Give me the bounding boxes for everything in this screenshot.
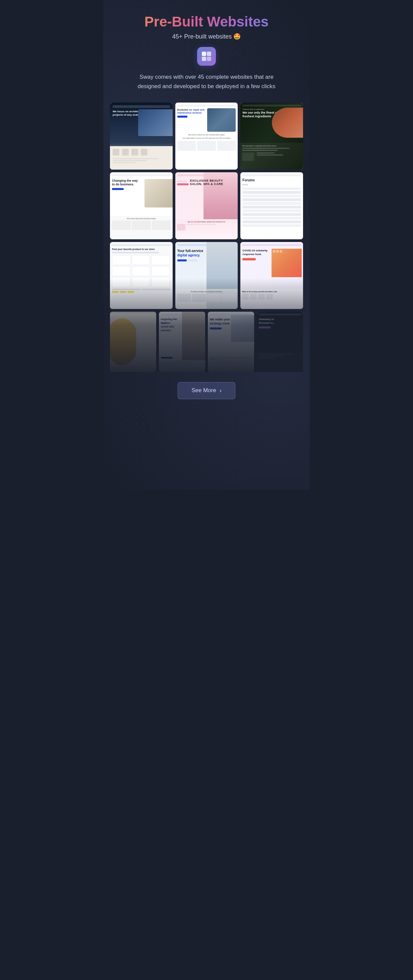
beauty-headline: EXCLUSIVE BEAUTYSALON, SPA & CARE (177, 179, 236, 186)
biz-preview: Changing the wayto do business. We nurtu… (110, 172, 173, 239)
forum-item-3 (242, 195, 301, 197)
car-preview: Exclusive car repair andmaintenance serv… (175, 103, 238, 170)
fashion-preview: Inspiring the fashionworld with passion … (159, 312, 205, 372)
covid-cta (242, 258, 256, 261)
see-more-section: See More › (110, 382, 303, 399)
fashion-preview-card[interactable]: Inspiring the fashionworld with passion … (159, 312, 205, 372)
beauty-preview-card[interactable]: EXCLUSIVE BEAUTYSALON, SPA & CARE WE GO … (175, 172, 238, 239)
arch-bottom (110, 146, 173, 170)
description-text: Sway comes with over 45 complete website… (129, 72, 284, 91)
food-item-line (257, 153, 274, 153)
ecom-headline: Find your favorite product in our store (112, 248, 171, 250)
food-preview: Catering holds an experience We use only… (240, 103, 303, 170)
page-container: Pre-Built Websites 45+ Pre-built website… (103, 0, 310, 490)
ecom-product-7 (112, 277, 131, 287)
covid-preview-card[interactable]: COVID-19 solidarityresponse fund. What t… (240, 242, 303, 309)
forum-item-1 (242, 187, 301, 190)
svg-rect-0 (202, 52, 206, 56)
forum-item-2 (242, 191, 301, 194)
arch-line-2 (113, 160, 147, 161)
ecom-product-2 (132, 255, 150, 265)
worker-preview-card[interactable] (110, 312, 156, 372)
ecom-product-9 (151, 277, 170, 287)
chevron-right-icon: › (220, 387, 222, 394)
arch-preview: We focus on architectureprojects of any … (110, 103, 173, 170)
forum-headline: Forums (242, 178, 301, 182)
grid-row-4-wrapper: Inspiring the fashionworld with passion … (110, 312, 303, 372)
svg-rect-3 (207, 57, 211, 61)
biz-bottom: We nurture ideas that empower people (110, 216, 173, 239)
forum-item-5 (242, 202, 301, 205)
agency-cta-btn-2 (188, 259, 198, 261)
car-feature-3 (217, 141, 236, 151)
biz-nav (112, 174, 171, 176)
forum-preview-card[interactable]: Forums Browse (240, 172, 303, 239)
car-headline: Exclusive car repair andmaintenance serv… (177, 108, 206, 114)
visionary-nav (259, 314, 301, 315)
forum-nav (242, 174, 301, 176)
arch-nav (113, 105, 170, 108)
forum-preview: Forums Browse (240, 172, 303, 239)
strategy-business-image (231, 315, 254, 342)
food-line-2 (242, 150, 277, 151)
subtitle-text: 45+ Pre-built websites 🤩 (110, 33, 303, 40)
arch-line-3 (113, 162, 136, 163)
ecom-preview-card[interactable]: Find your favorite product in our store (110, 242, 173, 309)
strategy-preview-card[interactable]: We make yourstrategy work. Sway is a con… (208, 312, 254, 372)
svg-rect-2 (202, 57, 206, 61)
arch-building-image (138, 109, 173, 136)
covid-illustration (271, 249, 302, 277)
website-previews-grid: We focus on architectureprojects of any … (110, 103, 303, 372)
visionary-preview-card[interactable]: Visionary inElevated in... The st... (257, 312, 303, 372)
strategy-cta (210, 328, 222, 329)
sway-icon-badge (197, 47, 216, 66)
layout-icon (201, 51, 212, 62)
ecom-product-8 (132, 277, 150, 287)
beauty-preview: EXCLUSIVE BEAUTYSALON, SPA & CARE WE GO … (175, 172, 238, 239)
arch-preview-card[interactable]: We focus on architectureprojects of any … (110, 103, 173, 170)
see-more-button[interactable]: See More › (178, 382, 235, 399)
grid-row-4: Inspiring the fashionworld with passion … (110, 312, 303, 372)
agency-preview-card[interactable]: Your full-servicedigital agency. Providi… (175, 242, 238, 309)
agency-cta-btn-1 (177, 259, 187, 261)
ecom-product-3 (151, 255, 170, 265)
forum-item-6 (242, 206, 301, 208)
visionary-cta (259, 326, 271, 328)
covid-nav (242, 244, 301, 246)
car-preview-card[interactable]: Exclusive car repair andmaintenance serv… (175, 103, 238, 170)
ecom-product-1 (112, 255, 131, 265)
food-image (272, 108, 303, 138)
grid-row-2: Changing the wayto do business. We nurtu… (110, 172, 303, 239)
visionary-headline: Visionary inElevated in... (259, 317, 301, 325)
see-more-label: See More (191, 387, 216, 394)
grid-row-3: Find your favorite product in our store (110, 242, 303, 309)
fashion-headline: Inspiring the fashionworld with passion (161, 317, 182, 332)
car-features (177, 141, 236, 151)
beauty-product-line (187, 224, 216, 225)
strategy-preview: We make yourstrategy work. Sway is a con… (208, 312, 254, 372)
car-mechanic-img (207, 108, 236, 132)
covid-bottom: What to do to keep yourself and others s… (240, 289, 303, 309)
forum-item-11 (242, 224, 301, 227)
visionary-preview: Visionary inElevated in... The st... (257, 312, 303, 372)
biz-preview-card[interactable]: Changing the wayto do business. We nurtu… (110, 172, 173, 239)
forum-item-4 (242, 199, 301, 201)
covid-headline: COVID-19 solidarityresponse fund. (242, 249, 274, 256)
arch-icon-3 (131, 149, 138, 156)
forum-item-8 (242, 213, 301, 216)
visionary-line-3 (258, 358, 276, 359)
car-nav (177, 105, 236, 107)
arch-icons (110, 146, 173, 158)
ecom-product-4 (112, 266, 131, 276)
beauty-bottom: WE GO ON PROVIDING SENSITIVE PRODUCTS (175, 219, 238, 239)
ecom-product-6 (151, 266, 170, 276)
food-preview-card[interactable]: Catering holds an experience We use only… (240, 103, 303, 170)
grid-row-1: We focus on architectureprojects of any … (110, 103, 303, 170)
forum-item-10 (242, 221, 301, 223)
agency-preview: Your full-servicedigital agency. Providi… (175, 242, 238, 309)
biz-cta (112, 188, 124, 190)
food-bottom: We specialize in corporate and private e… (240, 143, 303, 170)
page-title: Pre-Built Websites (110, 13, 303, 30)
arch-icon-2 (122, 149, 129, 156)
forum-item-7 (242, 210, 301, 212)
